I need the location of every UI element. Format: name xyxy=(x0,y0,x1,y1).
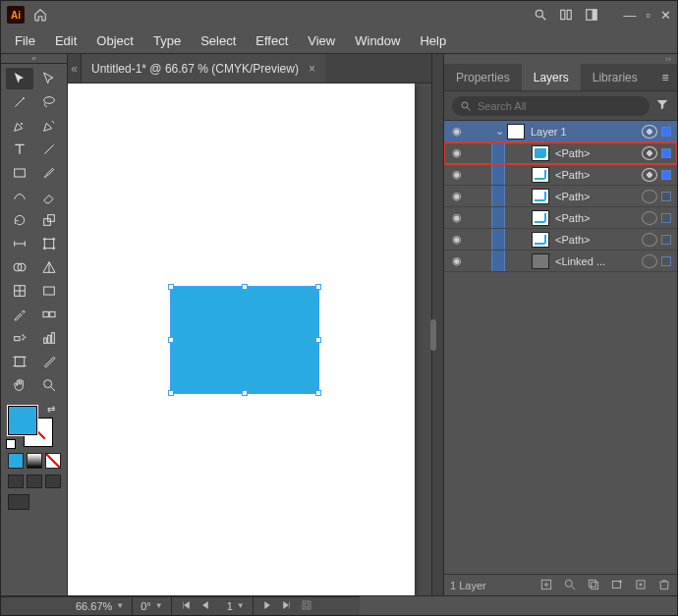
canvas[interactable] xyxy=(68,84,431,595)
new-layer-icon[interactable] xyxy=(634,578,648,593)
shaper-tool[interactable] xyxy=(6,186,33,207)
visibility-toggle-icon[interactable]: ◉ xyxy=(444,254,470,267)
eyedropper-tool[interactable] xyxy=(6,304,33,325)
layers-search[interactable] xyxy=(452,96,650,116)
home-icon[interactable] xyxy=(32,7,48,23)
menu-type[interactable]: Type xyxy=(143,30,191,51)
blend-tool[interactable] xyxy=(35,304,63,325)
visibility-toggle-icon[interactable]: ◉ xyxy=(444,168,470,181)
layer-row[interactable]: ◉ <Path> xyxy=(444,229,677,251)
rectangle-tool[interactable] xyxy=(6,162,33,184)
layer-name[interactable]: <Path> xyxy=(555,147,642,159)
target-icon[interactable] xyxy=(642,190,657,203)
column-graph-tool[interactable] xyxy=(35,327,63,349)
layer-row-parent[interactable]: ◉ ⌄ Layer 1 xyxy=(444,121,677,142)
target-icon[interactable] xyxy=(642,211,657,225)
artboard-tool[interactable] xyxy=(6,351,33,372)
none-mode-icon[interactable] xyxy=(45,453,61,469)
window-maximize-button[interactable]: ▫ xyxy=(646,8,650,23)
zoom-tool[interactable] xyxy=(35,374,63,396)
target-icon[interactable] xyxy=(642,146,657,160)
search-icon[interactable] xyxy=(533,7,548,23)
target-icon[interactable] xyxy=(642,125,657,139)
layer-name[interactable]: <Linked ... xyxy=(555,255,642,267)
next-artboard-icon[interactable] xyxy=(261,599,273,613)
target-icon[interactable] xyxy=(642,233,657,247)
make-clipping-mask-icon[interactable] xyxy=(587,578,600,593)
panel-menu-icon[interactable]: ≡ xyxy=(653,64,677,90)
zoom-level[interactable]: 66.67%▼ xyxy=(68,597,133,615)
mesh-tool[interactable] xyxy=(6,280,33,302)
symbol-sprayer-tool[interactable] xyxy=(6,327,33,349)
collect-for-export-icon[interactable] xyxy=(539,578,553,593)
document-tab[interactable]: Untitled-1* @ 66.67 % (CMYK/Preview) × xyxy=(82,54,325,83)
visibility-toggle-icon[interactable]: ◉ xyxy=(444,233,470,246)
target-icon[interactable] xyxy=(642,254,657,268)
collapsed-dock[interactable] xyxy=(431,54,443,595)
resize-handle[interactable] xyxy=(315,390,321,396)
artboard[interactable] xyxy=(68,84,415,595)
scale-tool[interactable] xyxy=(35,209,63,231)
artboard-number[interactable]: 1▼ xyxy=(219,597,254,615)
menu-select[interactable]: Select xyxy=(191,30,246,51)
free-transform-tool[interactable] xyxy=(35,233,63,254)
perspective-grid-tool[interactable] xyxy=(35,256,63,278)
visibility-toggle-icon[interactable]: ◉ xyxy=(444,125,470,138)
selection-indicator[interactable] xyxy=(661,148,671,158)
layer-row[interactable]: ◉ <Linked ... xyxy=(444,251,677,272)
line-segment-tool[interactable] xyxy=(35,139,63,160)
resize-handle[interactable] xyxy=(315,284,321,290)
eraser-tool[interactable] xyxy=(35,186,63,207)
layer-row[interactable]: ◉ <Path> xyxy=(444,207,677,229)
menu-edit[interactable]: Edit xyxy=(45,30,86,51)
hand-tool[interactable] xyxy=(6,374,33,396)
pen-tool[interactable] xyxy=(6,115,33,137)
window-close-button[interactable]: ✕ xyxy=(660,8,671,23)
resize-handle[interactable] xyxy=(168,337,174,343)
selection-tool[interactable] xyxy=(6,68,33,89)
draw-normal-icon[interactable] xyxy=(8,475,24,488)
selection-indicator[interactable] xyxy=(661,127,671,137)
selection-indicator[interactable] xyxy=(661,235,671,245)
menu-help[interactable]: Help xyxy=(410,30,456,51)
layer-row[interactable]: ◉ <Path> xyxy=(444,142,677,164)
curvature-tool[interactable] xyxy=(35,115,63,137)
window-minimize-button[interactable]: — xyxy=(623,8,636,23)
layer-name[interactable]: <Path> xyxy=(555,191,642,202)
type-tool[interactable] xyxy=(6,139,33,160)
delete-layer-icon[interactable] xyxy=(657,578,671,593)
gradient-mode-icon[interactable] xyxy=(27,453,42,469)
locate-object-icon[interactable] xyxy=(563,578,577,593)
selection-bounding-box[interactable] xyxy=(170,286,319,394)
selection-indicator[interactable] xyxy=(661,213,671,223)
layer-name[interactable]: <Path> xyxy=(555,212,642,224)
artboard-nav-icon[interactable] xyxy=(301,599,312,613)
menu-window[interactable]: Window xyxy=(345,30,410,51)
shape-builder-tool[interactable] xyxy=(6,256,33,278)
visibility-toggle-icon[interactable]: ◉ xyxy=(444,146,470,159)
last-artboard-icon[interactable] xyxy=(281,599,293,613)
width-tool[interactable] xyxy=(6,233,33,254)
default-fill-stroke-icon[interactable] xyxy=(6,439,16,449)
target-icon[interactable] xyxy=(642,168,657,182)
swap-fill-stroke-icon[interactable]: ⇄ xyxy=(47,404,55,415)
direct-selection-tool[interactable] xyxy=(35,68,63,89)
gradient-tool[interactable] xyxy=(35,280,63,302)
tab-properties[interactable]: Properties xyxy=(444,64,522,90)
workspace-icon[interactable] xyxy=(584,7,599,23)
paintbrush-tool[interactable] xyxy=(35,162,63,184)
menu-effect[interactable]: Effect xyxy=(246,30,298,51)
rotate-tool[interactable] xyxy=(6,209,33,231)
layers-search-input[interactable] xyxy=(478,100,642,112)
prev-artboard-icon[interactable] xyxy=(199,599,211,613)
tab-layers[interactable]: Layers xyxy=(522,64,581,90)
arrange-docs-icon[interactable] xyxy=(558,7,574,23)
first-artboard-icon[interactable] xyxy=(180,599,192,613)
visibility-toggle-icon[interactable]: ◉ xyxy=(444,190,470,202)
fill-stroke-swatch[interactable]: ⇄ xyxy=(8,406,53,447)
menu-file[interactable]: File xyxy=(5,30,45,51)
menu-view[interactable]: View xyxy=(298,30,345,51)
resize-handle[interactable] xyxy=(168,284,174,290)
new-sublayer-icon[interactable] xyxy=(610,578,624,593)
selection-indicator[interactable] xyxy=(661,256,671,266)
